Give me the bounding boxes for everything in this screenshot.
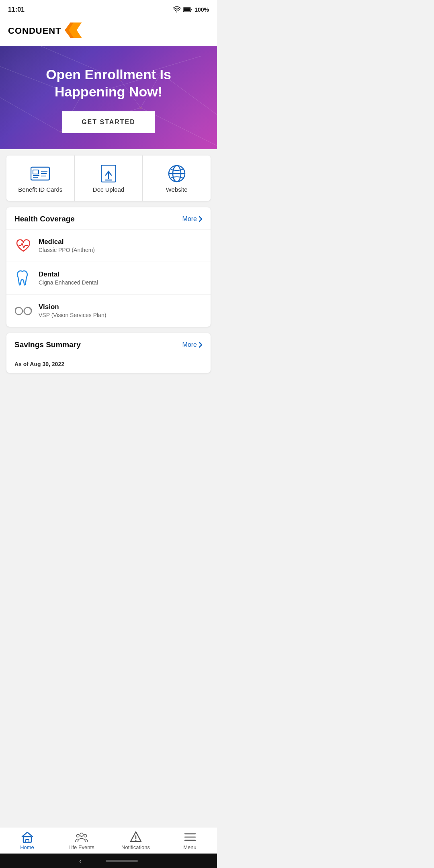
doc-upload-label: Doc Upload — [93, 186, 124, 193]
hero-title: Open Enrollment Is Happening Now! — [12, 66, 205, 100]
app-header: CONDUENT — [0, 18, 217, 46]
tooth-icon — [14, 269, 32, 287]
health-coverage-more[interactable]: More — [182, 215, 203, 223]
vision-info: Vision VSP (Vision Services Plan) — [39, 303, 106, 318]
logo-text: CONDUENT — [8, 26, 61, 36]
coverage-item-dental[interactable]: Dental Cigna Enhanced Dental — [6, 262, 211, 295]
health-coverage-header: Health Coverage More — [6, 207, 211, 229]
quick-action-website[interactable]: Website — [143, 156, 211, 201]
status-bar: 11:01 100% — [0, 0, 217, 18]
svg-point-17 — [139, 107, 142, 109]
coverage-item-medical[interactable]: Medical Classic PPO (Anthem) — [6, 229, 211, 262]
svg-point-18 — [59, 131, 61, 132]
vision-name: Vision — [39, 303, 106, 311]
doc-upload-icon — [98, 165, 119, 182]
website-label: Website — [166, 186, 188, 193]
get-started-button[interactable]: GET STARTED — [62, 111, 155, 133]
savings-as-of-date: As of Aug 30, 2022 — [6, 355, 211, 373]
dental-plan: Cigna Enhanced Dental — [39, 279, 98, 286]
heart-pulse-icon — [14, 237, 32, 254]
medical-name: Medical — [39, 238, 95, 246]
status-icons: 100% — [173, 6, 209, 13]
medical-plan: Classic PPO (Anthem) — [39, 247, 95, 253]
hero-banner: Open Enrollment Is Happening Now! GET ST… — [0, 46, 217, 149]
dental-name: Dental — [39, 270, 98, 278]
quick-actions: Benefit ID Cards Doc Upload Website — [6, 156, 211, 201]
savings-summary-section: Savings Summary More As of Aug 30, 2022 — [6, 333, 211, 373]
savings-summary-title: Savings Summary — [14, 340, 81, 349]
savings-summary-more[interactable]: More — [182, 341, 203, 348]
battery-percent: 100% — [194, 6, 209, 13]
svg-rect-21 — [33, 170, 39, 174]
conduent-logo-icon — [65, 23, 82, 39]
quick-action-doc-upload[interactable]: Doc Upload — [75, 156, 143, 201]
id-card-icon — [30, 165, 51, 182]
svg-rect-1 — [184, 8, 190, 11]
battery-icon — [183, 7, 192, 12]
coverage-item-vision[interactable]: Vision VSP (Vision Services Plan) — [6, 295, 211, 327]
wifi-icon — [173, 6, 181, 13]
health-coverage-title: Health Coverage — [14, 215, 75, 223]
glasses-icon — [14, 302, 32, 319]
svg-line-9 — [0, 98, 60, 132]
benefit-id-cards-label: Benefit ID Cards — [18, 186, 62, 193]
vision-plan: VSP (Vision Services Plan) — [39, 312, 106, 318]
globe-icon — [166, 165, 187, 182]
health-coverage-section: Health Coverage More Medical Classic PPO… — [6, 207, 211, 327]
dental-info: Dental Cigna Enhanced Dental — [39, 270, 98, 286]
quick-action-benefit-id-cards[interactable]: Benefit ID Cards — [6, 156, 75, 201]
savings-summary-header: Savings Summary More — [6, 333, 211, 355]
medical-info: Medical Classic PPO (Anthem) — [39, 238, 95, 253]
status-time: 11:01 — [8, 6, 25, 13]
